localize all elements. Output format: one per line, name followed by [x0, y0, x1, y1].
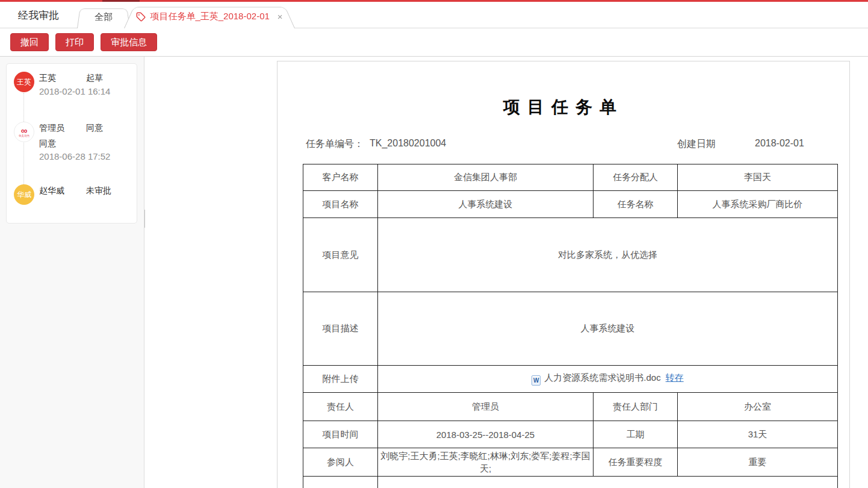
flow-step-admin: ∞ 华天动力 管理员 同意 同意 2018-06-28 17:52	[14, 122, 132, 162]
owner-label: 责任人	[303, 393, 378, 421]
opinion-value: 对比多家系统，从优选择	[378, 218, 838, 292]
owner-value: 管理员	[378, 393, 594, 421]
flow-step-pending: 华威 赵华威 未审批	[14, 184, 132, 205]
logo-infinity-icon: ∞	[21, 127, 28, 134]
readers-label: 参阅人	[303, 448, 378, 477]
attachment-save-link[interactable]: 转存	[666, 372, 684, 383]
attachment-cell: W人力资源系统需求说明书.doc转存	[378, 366, 838, 393]
customer-label: 客户名称	[303, 164, 378, 191]
tab-task-form-label: 项目任务单_王英_2018-02-01	[150, 11, 269, 22]
flow-step-draft: 王英 王英 起草 2018-02-01 16:14	[14, 72, 132, 97]
approval-flow-card: 王英 王英 起草 2018-02-01 16:14 ∞ 华天动力	[6, 63, 137, 224]
customer-value: 金信集团人事部	[378, 164, 594, 191]
step-status: 未审批	[86, 185, 111, 196]
attachment-label: 附件上传	[303, 366, 378, 393]
word-doc-icon: W	[532, 375, 541, 386]
readers-value: 刘晓宇;王大勇;王英;李晓红;林琳;刘东;娄军;姜程;李国天;	[378, 448, 594, 477]
period-label: 项目时间	[303, 421, 378, 448]
empty-content-cell	[378, 477, 838, 488]
duration-value: 31天	[678, 421, 838, 448]
tab-bar: 经我审批 全部 项目任务单_王英_2018-02-01 ×	[0, 2, 868, 28]
step-user-name: 王英	[39, 72, 86, 84]
task-no-label: 任务单编号：	[306, 138, 364, 151]
avatar: 华威	[14, 184, 34, 205]
description-label: 项目描述	[303, 292, 378, 366]
tab-all-label: 全部	[95, 11, 113, 23]
step-time: 2018-02-01 16:14	[39, 86, 132, 97]
document-meta-row: 任务单编号： TK_20180201004 创建日期 2018-02-01	[277, 138, 849, 152]
step-user-name: 管理员	[39, 122, 86, 134]
document-title: 项目任务单	[277, 96, 849, 119]
avatar-initials: 华威	[17, 190, 31, 200]
period-value: 2018-03-25--2018-04-25	[378, 421, 594, 448]
step-time: 2018-06-28 17:52	[39, 151, 132, 162]
tag-icon	[136, 12, 146, 22]
description-value: 人事系统建设	[378, 292, 838, 366]
step-comment: 同意	[39, 138, 132, 149]
logo-avatar: ∞ 华天动力	[14, 122, 34, 142]
importance-label: 任务重要程度	[594, 448, 678, 477]
importance-value: 重要	[678, 448, 838, 477]
tab-all[interactable]: 全部	[77, 6, 130, 28]
approval-info-button[interactable]: 审批信息	[101, 33, 157, 51]
project-name-value: 人事系统建设	[378, 191, 594, 218]
attachment-file-link[interactable]: 人力资源系统需求说明书.doc	[544, 372, 660, 383]
close-icon[interactable]: ×	[277, 11, 283, 22]
task-no-value: TK_20180201004	[370, 138, 446, 149]
owner-dept-label: 责任人部门	[594, 393, 678, 421]
document-area: 项目任务单 任务单编号： TK_20180201004 创建日期 2018-02…	[145, 57, 868, 488]
withdraw-button[interactable]: 撤回	[10, 33, 49, 51]
avatar-initials: 王英	[17, 77, 31, 87]
task-name-label: 任务名称	[594, 191, 678, 218]
step-status: 同意	[86, 122, 103, 134]
page-title: 经我审批	[18, 8, 59, 22]
print-button[interactable]: 打印	[55, 33, 94, 51]
toolbar: 撤回 打印 审批信息	[0, 28, 868, 57]
avatar: 王英	[14, 72, 34, 92]
step-user-name: 赵华威	[39, 185, 86, 196]
duration-label: 工期	[594, 421, 678, 448]
assigner-value: 李国天	[678, 164, 838, 191]
approval-flow-panel: 王英 王英 起草 2018-02-01 16:14 ∞ 华天动力	[0, 57, 144, 488]
tab-task-form[interactable]: 项目任务单_王英_2018-02-01 ×	[124, 4, 295, 28]
app-window: 经我审批 全部 项目任务单_王英_2018-02-01 × 撤回 打印 审批信息…	[0, 0, 868, 488]
step-status: 起草	[86, 72, 103, 84]
assigner-label: 任务分配人	[594, 164, 678, 191]
opinion-label: 项目意见	[303, 218, 378, 292]
created-date-value: 2018-02-01	[755, 138, 804, 149]
logo-brand-text: 华天动力	[19, 134, 29, 137]
document-page: 项目任务单 任务单编号： TK_20180201004 创建日期 2018-02…	[277, 61, 850, 488]
task-name-value: 人事系统采购厂商比价	[678, 191, 838, 218]
created-date-label: 创建日期	[677, 138, 716, 151]
owner-dept-value: 办公室	[678, 393, 838, 421]
empty-label-cell	[303, 477, 378, 488]
task-form-table: 客户名称 金信集团人事部 任务分配人 李国天 项目名称 人事系统建设 任务名称 …	[303, 164, 838, 488]
project-name-label: 项目名称	[303, 191, 378, 218]
